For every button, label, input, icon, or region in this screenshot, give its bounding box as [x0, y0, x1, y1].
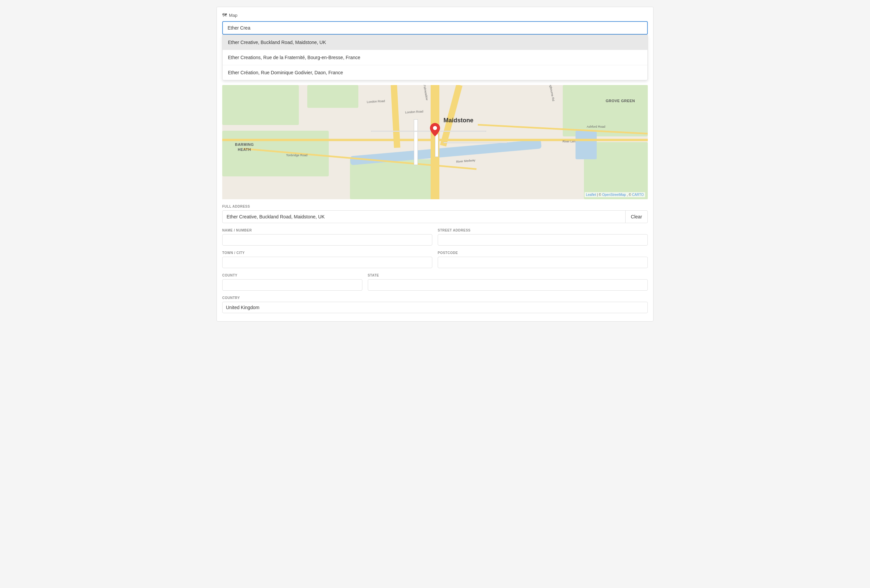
country-input[interactable]: [222, 302, 648, 313]
map-icon: 🗺: [222, 12, 227, 18]
dropdown-item-2[interactable]: Ether Création, Rue Dominique Godivier, …: [222, 65, 648, 80]
search-input[interactable]: [222, 21, 648, 34]
form-row-town-postcode: TOWN / CITY POSTCODE: [222, 251, 648, 268]
green-area-2: [222, 131, 329, 176]
map-background: Maidstone GROVE GREEN BARMINGHEATH Londo…: [222, 85, 648, 199]
name-number-input[interactable]: [222, 234, 432, 246]
state-label: STATE: [368, 274, 648, 277]
postcode-input[interactable]: [438, 257, 648, 268]
carto-link[interactable]: CARTO: [632, 193, 644, 196]
search-dropdown: Ether Creative, Buckland Road, Maidstone…: [222, 34, 648, 80]
river-len: [575, 131, 597, 159]
postcode-label: POSTCODE: [438, 251, 648, 255]
road-label-london-1: London Road: [367, 100, 385, 104]
town-city-label: TOWN / CITY: [222, 251, 432, 255]
form-group-state: STATE: [368, 274, 648, 291]
form-row-county-state: COUNTY STATE: [222, 274, 648, 291]
county-label: COUNTY: [222, 274, 362, 277]
road-label-ashford: Ashford Road: [587, 125, 605, 128]
map-container: Maidstone GROVE GREEN BARMINGHEATH Londo…: [222, 85, 648, 199]
green-area-3: [307, 85, 358, 108]
map-attribution: Leaflet | © OpenStreetMap , © CARTO: [585, 192, 645, 197]
full-address-label: FULL ADDRESS: [222, 205, 648, 208]
town-city-input[interactable]: [222, 257, 432, 268]
svg-point-0: [433, 126, 437, 130]
section-title: 🗺 Map: [222, 12, 648, 18]
name-number-label: NAME / NUMBER: [222, 228, 432, 232]
green-area-6: [350, 159, 435, 199]
form-group-street: STREET ADDRESS: [438, 228, 648, 246]
street-address-input[interactable]: [438, 234, 648, 246]
road-white-1: [414, 119, 418, 165]
county-input[interactable]: [222, 279, 362, 291]
full-address-row: Ether Creative, Buckland Road, Maidstone…: [222, 210, 648, 223]
dropdown-item-1[interactable]: Ether Creations, Rue de la Fraternité, B…: [222, 50, 648, 65]
road-label-tonbridge: Tonbridge Road: [286, 153, 308, 157]
road-label-palmeadow: Palmeadow: [423, 85, 429, 100]
form-row-name-street: NAME / NUMBER STREET ADDRESS: [222, 228, 648, 246]
clear-button[interactable]: Clear: [625, 211, 648, 223]
page-container: 🗺 Map Ether Creative, Buckland Road, Mai…: [216, 7, 654, 322]
road-white-5: [443, 142, 507, 143]
map-label-grove-green: GROVE GREEN: [606, 99, 635, 103]
search-container: Ether Creative, Buckland Road, Maidstone…: [222, 21, 648, 34]
road-label-sittingbourne: Sittingbourne Rd: [548, 85, 555, 101]
full-address-value: Ether Creative, Buckland Road, Maidstone…: [222, 211, 625, 223]
attribution-sep-1: | ©: [597, 193, 602, 196]
dropdown-item-0[interactable]: Ether Creative, Buckland Road, Maidstone…: [222, 35, 648, 50]
road-white-3: [435, 131, 486, 132]
leaflet-link[interactable]: Leaflet: [586, 193, 596, 196]
form-group-postcode: POSTCODE: [438, 251, 648, 268]
section-title-text: Map: [229, 13, 237, 18]
form-group-name: NAME / NUMBER: [222, 228, 432, 246]
form-section: FULL ADDRESS Ether Creative, Buckland Ro…: [222, 199, 648, 313]
form-group-country: COUNTRY: [222, 296, 648, 313]
form-group-county: COUNTY: [222, 274, 362, 291]
green-area-1: [222, 85, 299, 125]
state-input[interactable]: [368, 279, 648, 291]
map-pin: [430, 123, 440, 136]
road-white-4: [435, 134, 438, 157]
form-group-town: TOWN / CITY: [222, 251, 432, 268]
road-label-london-2: London Road: [405, 110, 423, 114]
attribution-sep-2: , ©: [627, 193, 632, 196]
road-label-river-len: River Len: [562, 140, 575, 143]
map-label-barming: BARMINGHEATH: [235, 142, 254, 153]
country-label: COUNTRY: [222, 296, 648, 300]
road-diagonal-1: [440, 85, 463, 146]
street-address-label: STREET ADDRESS: [438, 228, 648, 232]
map-label-maidstone: Maidstone: [443, 117, 473, 124]
road-label-medway: River Medway: [456, 159, 476, 164]
osm-link[interactable]: OpenStreetMap: [602, 193, 626, 196]
